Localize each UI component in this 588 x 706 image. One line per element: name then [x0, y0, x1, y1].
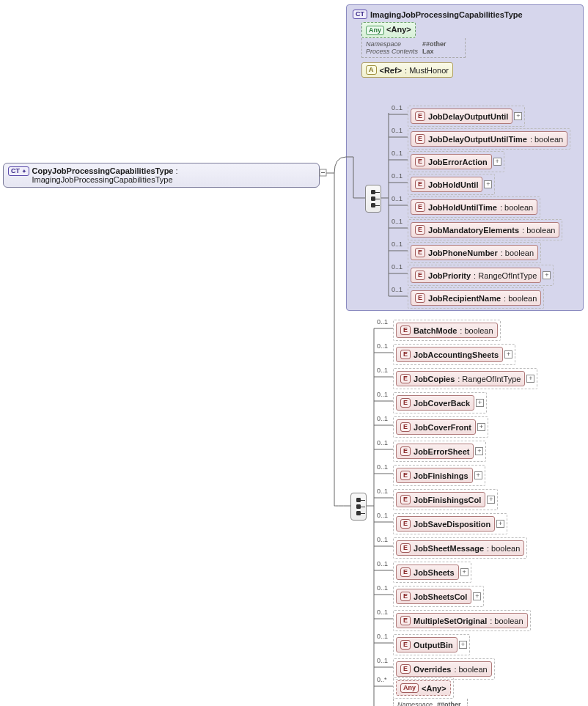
- element-badge: E: [400, 495, 411, 504]
- element-type: : boolean: [454, 665, 487, 674]
- element-badge: E: [400, 471, 411, 480]
- element-badge: E: [415, 225, 425, 235]
- cardinality-label: 0..1: [377, 391, 388, 398]
- expand-icon[interactable]: +: [477, 423, 485, 431]
- cardinality-label: 0..1: [392, 172, 403, 180]
- super-elem-JobErrorAction[interactable]: EJobErrorAction+: [408, 151, 504, 172]
- element-name: JobAccountingSheets: [414, 350, 499, 359]
- expand-icon[interactable]: +: [484, 180, 492, 188]
- element-badge: E: [400, 664, 411, 674]
- ext-any-label: <Any>: [422, 684, 446, 693]
- cardinality-label: 0..1: [392, 104, 403, 111]
- ext-elem-BatchMode[interactable]: EBatchMode : boolean: [393, 320, 501, 341]
- svg-rect-0: [320, 169, 326, 176]
- ct-badge: CT ✦: [8, 166, 29, 176]
- cardinality-label: 0..1: [377, 463, 388, 471]
- element-badge: E: [400, 398, 411, 408]
- root-type-box[interactable]: CT ✦ CopyJobProcessingCapabilitiesType :…: [3, 163, 320, 188]
- element-name: JobCopies: [414, 375, 455, 383]
- element-type: : boolean: [501, 249, 534, 257]
- ext-elem-JobSheets[interactable]: EJobSheets+: [393, 562, 471, 583]
- ref-target: : MustHonor: [405, 66, 449, 75]
- expand-icon[interactable]: +: [514, 112, 522, 120]
- cardinality-label: 0..1: [392, 195, 403, 202]
- element-badge: E: [400, 592, 411, 601]
- expand-icon[interactable]: +: [459, 641, 467, 649]
- super-elem-JobRecipientName[interactable]: EJobRecipientName : boolean: [408, 287, 544, 309]
- element-badge: E: [415, 248, 425, 257]
- ext-elem-JobSheetsCol[interactable]: EJobSheetsCol+: [393, 586, 484, 607]
- element-name: JobSheetMessage: [414, 544, 484, 553]
- cardinality-label: 0..1: [392, 286, 403, 293]
- element-name: JobErrorSheet: [414, 447, 469, 456]
- expand-icon[interactable]: +: [496, 520, 504, 528]
- ext-elem-JobAccountingSheets[interactable]: EJobAccountingSheets+: [393, 344, 515, 365]
- ext-any-details: Namespace ##other: [393, 699, 468, 706]
- ext-any-wildcard: Any <Any>: [396, 680, 451, 696]
- cardinality-label: 0..1: [392, 263, 403, 271]
- ct-badge-super: CT: [353, 10, 367, 19]
- ext-elem-JobCoverBack[interactable]: EJobCoverBack+: [393, 392, 487, 413]
- element-badge: E: [415, 271, 425, 280]
- element-badge: E: [415, 180, 425, 189]
- element-name: JobPriority: [428, 271, 471, 280]
- element-name: JobMandatoryElements: [428, 226, 519, 235]
- ext-elem-JobErrorSheet[interactable]: EJobErrorSheet+: [393, 441, 486, 462]
- super-elem-JobHoldUntil[interactable]: EJobHoldUntil+: [408, 174, 495, 195]
- ext-elem-Overrides[interactable]: EOverrides : boolean: [393, 658, 495, 680]
- super-elem-JobMandatoryElements[interactable]: EJobMandatoryElements : boolean: [408, 219, 562, 240]
- element-badge: E: [415, 134, 425, 144]
- expand-icon[interactable]: +: [504, 350, 512, 358]
- ext-elem-JobFinishings[interactable]: EJobFinishings+: [393, 465, 485, 486]
- element-name: JobPhoneNumber: [428, 249, 498, 257]
- element-type: : RangeOfIntType: [474, 271, 537, 280]
- element-name: MultipleSetOriginal: [414, 617, 487, 625]
- super-elem-JobDelayOutputUntil[interactable]: EJobDelayOutputUntil+: [408, 106, 525, 127]
- element-name: BatchMode: [414, 326, 457, 335]
- ext-elem-JobCoverFront[interactable]: EJobCoverFront+: [393, 416, 488, 438]
- ref-label: <Ref>: [380, 66, 403, 75]
- element-badge: E: [400, 567, 411, 577]
- cardinality-label: 0..1: [377, 657, 388, 664]
- expand-icon[interactable]: +: [475, 447, 483, 455]
- ext-elem-JobCopies[interactable]: EJobCopies : RangeOfIntType+: [393, 368, 537, 389]
- super-elem-JobPhoneNumber[interactable]: EJobPhoneNumber : boolean: [408, 242, 541, 263]
- element-type: : boolean: [460, 326, 493, 335]
- expand-icon[interactable]: +: [476, 399, 484, 407]
- expand-icon[interactable]: +: [460, 568, 468, 576]
- element-badge: E: [400, 446, 411, 456]
- element-badge: E: [400, 640, 411, 650]
- ext-elem-OutputBin[interactable]: EOutputBin+: [393, 634, 470, 655]
- sequence-compositor-super: [365, 185, 381, 213]
- cardinality-label: 0..1: [377, 318, 388, 326]
- expand-icon[interactable]: +: [473, 592, 481, 600]
- supertype-title: CT ImagingJobProcessingCapabilitiesType: [353, 10, 577, 19]
- ref-musthonor[interactable]: A <Ref> : MustHonor: [361, 62, 453, 78]
- cardinality-label: 0..1: [377, 512, 388, 519]
- cardinality-label: 0..1: [377, 560, 388, 567]
- super-elem-JobHoldUntilTime[interactable]: EJobHoldUntilTime : boolean: [408, 196, 540, 218]
- super-elem-JobDelayOutputUntilTime[interactable]: EJobDelayOutputUntilTime : boolean: [408, 128, 570, 150]
- element-badge: E: [400, 519, 411, 529]
- element-type: : boolean: [490, 617, 523, 625]
- super-elem-JobPriority[interactable]: EJobPriority : RangeOfIntType+: [408, 265, 554, 286]
- expand-icon[interactable]: +: [493, 158, 501, 166]
- element-badge: E: [400, 616, 411, 625]
- element-badge: E: [415, 202, 425, 212]
- cardinality-label: 0..1: [377, 415, 388, 422]
- element-name: Overrides: [414, 665, 451, 674]
- any-badge: Any: [366, 26, 384, 35]
- element-type: : boolean: [530, 135, 563, 144]
- element-type: : boolean: [487, 544, 520, 553]
- expand-icon[interactable]: +: [487, 496, 495, 504]
- element-name: JobFinishings: [414, 471, 468, 480]
- expand-icon[interactable]: +: [526, 375, 534, 383]
- expand-icon[interactable]: +: [474, 471, 482, 479]
- ext-elem-JobSheetMessage[interactable]: EJobSheetMessage : boolean: [393, 537, 527, 559]
- element-name: JobRecipientName: [428, 294, 501, 303]
- ext-elem-JobSaveDisposition[interactable]: EJobSaveDisposition+: [393, 513, 507, 534]
- expand-icon[interactable]: +: [543, 271, 551, 279]
- cardinality-label: 0..1: [377, 633, 388, 640]
- ext-elem-MultipleSetOriginal[interactable]: EMultipleSetOriginal : boolean: [393, 610, 531, 631]
- ext-elem-JobFinishingsCol[interactable]: EJobFinishingsCol+: [393, 489, 498, 510]
